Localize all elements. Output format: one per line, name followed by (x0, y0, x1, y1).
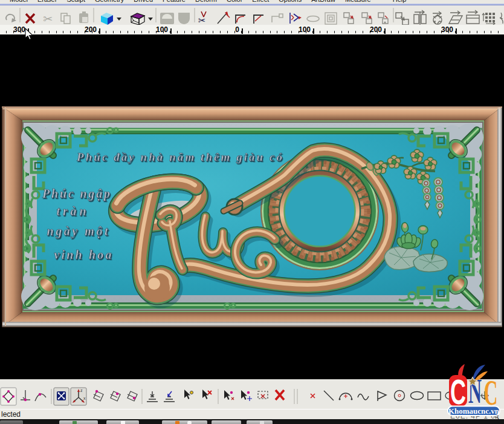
svg-text:x: x (83, 396, 86, 400)
svg-text:✂: ✂ (43, 13, 53, 25)
svg-text:Phúc ngập: Phúc ngập (42, 187, 110, 201)
svg-text:z: z (80, 388, 83, 393)
svg-text:N: N (468, 372, 482, 410)
svg-text:Phúc đầy nhà năm thêm giàu có: Phúc đầy nhà năm thêm giàu có (76, 151, 282, 163)
svg-text:✂: ✂ (198, 15, 206, 25)
svg-text:Khomaucnc.vn: Khomaucnc.vn (448, 406, 500, 416)
